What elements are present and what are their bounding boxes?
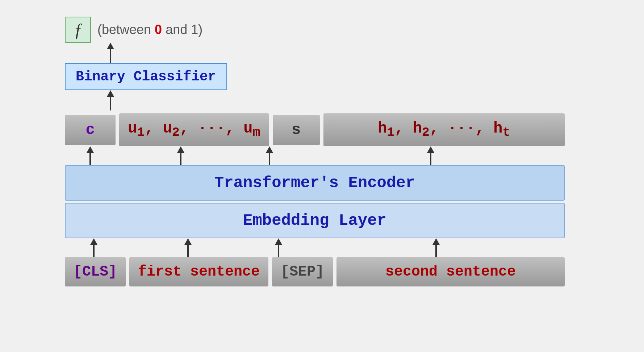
ah [275,238,282,245]
as [180,153,181,165]
as [278,245,279,257]
arrows-row-1 [65,146,565,165]
as [89,153,91,165]
diagram: f (between 0 and 1) Binary Classifier [50,9,594,343]
main-content: c u1, u2, ···, um s h1, h2, ···, ht [65,113,565,286]
arrow-fs-up [184,238,192,257]
arrow-head [107,43,114,49]
as [435,245,437,257]
arrow-s-up [266,146,273,165]
f-to-bc-arrow [107,43,114,63]
arrow-shaft [110,49,111,63]
ah [184,238,192,245]
output-text-before: (between [97,22,155,37]
ah [427,146,434,153]
arrow-col-sep [253,238,304,257]
top-section: f (between 0 and 1) Binary Classifier [65,17,227,110]
arrow-cls-up [90,238,97,257]
output-text-after: and 1) [162,22,202,37]
arrow-head-2 [107,90,114,97]
arrow-col-cls [65,238,123,257]
arrow-c-up [87,146,94,165]
arrow-f-to-bc [107,43,114,63]
f-box: f [65,17,91,43]
ah [87,146,94,153]
token-u: u1, u2, ···, um [119,113,269,146]
output-row: f (between 0 and 1) [65,17,202,43]
as [187,245,189,257]
arrows-row-2 [65,238,565,257]
arrow-col-h [297,146,565,165]
token-output-row: c u1, u2, ···, um s h1, h2, ···, ht [65,113,565,146]
bc-to-tokens-arrow [107,90,114,110]
as [430,153,431,165]
arrow-col-fs [126,238,250,257]
arrow-ss-up [432,238,440,257]
first-sentence-token: first sentence [129,257,268,286]
arrow-u-up [177,146,184,165]
arrow-bc-to-tokens [107,90,114,110]
arrow-sep-up [275,238,282,257]
arrow-col-u [119,146,242,165]
as [269,153,270,165]
token-s: s [273,115,320,145]
bottom-token-row: [CLS] first sentence [SEP] second senten… [65,257,565,286]
output-zero: 0 [155,22,162,37]
second-sentence-token: second sentence [336,257,565,286]
output-label: (between 0 and 1) [97,22,202,37]
token-c: c [65,115,116,145]
ah [266,146,273,153]
as [93,245,95,257]
binary-classifier-box: Binary Classifier [65,63,227,90]
sep-token: [SEP] [272,257,333,286]
embedding-layer-box: Embedding Layer [65,203,565,238]
arrow-col-s [246,146,293,165]
cls-token: [CLS] [65,257,126,286]
token-h: h1, h2, ···, ht [323,113,565,146]
arrow-shaft-2 [110,97,111,110]
arrow-col-ss [308,238,565,257]
arrow-col-c [65,146,116,165]
ah [177,146,184,153]
transformer-encoder-box: Transformer's Encoder [65,165,565,201]
arrow-h-up [427,146,434,165]
ah [90,238,97,245]
ah [432,238,440,245]
